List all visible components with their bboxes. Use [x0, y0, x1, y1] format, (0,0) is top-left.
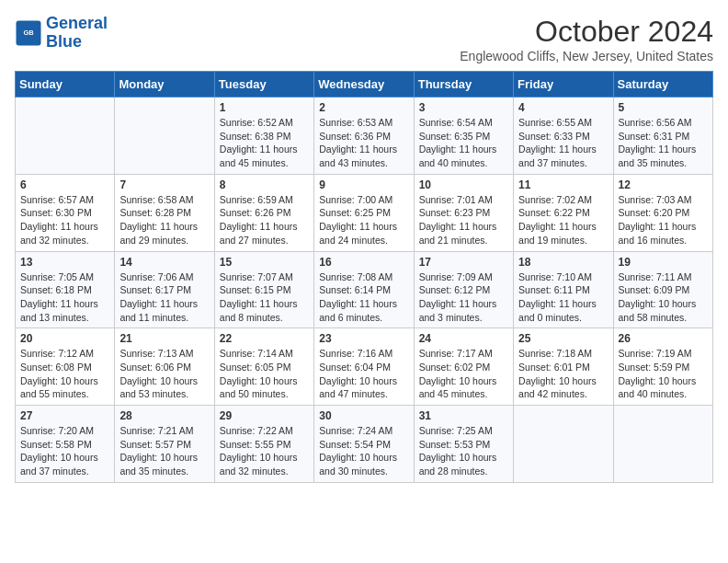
svg-text:GB: GB [23, 28, 34, 36]
day-details: Sunrise: 7:03 AM Sunset: 6:20 PM Dayligh… [619, 193, 708, 247]
day-details: Sunrise: 7:01 AM Sunset: 6:23 PM Dayligh… [419, 193, 508, 247]
calendar-cell: 27Sunrise: 7:20 AM Sunset: 5:58 PM Dayli… [16, 406, 115, 483]
day-details: Sunrise: 6:53 AM Sunset: 6:36 PM Dayligh… [319, 116, 408, 170]
calendar-week-4: 20Sunrise: 7:12 AM Sunset: 6:08 PM Dayli… [16, 328, 713, 406]
calendar-cell: 12Sunrise: 7:03 AM Sunset: 6:20 PM Dayli… [613, 174, 712, 251]
header-monday: Monday [115, 72, 214, 98]
calendar-cell: 29Sunrise: 7:22 AM Sunset: 5:55 PM Dayli… [214, 406, 313, 483]
calendar-cell: 17Sunrise: 7:09 AM Sunset: 6:12 PM Dayli… [414, 251, 513, 328]
calendar-cell: 5Sunrise: 6:56 AM Sunset: 6:31 PM Daylig… [613, 98, 712, 175]
day-details: Sunrise: 7:06 AM Sunset: 6:17 PM Dayligh… [119, 270, 209, 325]
day-number: 2 [319, 101, 408, 114]
calendar-cell: 30Sunrise: 7:24 AM Sunset: 5:54 PM Dayli… [314, 406, 414, 483]
calendar-cell: 22Sunrise: 7:14 AM Sunset: 6:05 PM Dayli… [214, 328, 313, 406]
day-number: 25 [518, 332, 608, 345]
calendar-cell: 11Sunrise: 7:02 AM Sunset: 6:22 PM Dayli… [514, 174, 613, 251]
calendar-cell: 2Sunrise: 6:53 AM Sunset: 6:36 PM Daylig… [314, 98, 414, 175]
day-number: 30 [319, 409, 408, 422]
header-wednesday: Wednesday [314, 72, 414, 98]
calendar-cell: 21Sunrise: 7:13 AM Sunset: 6:06 PM Dayli… [115, 328, 214, 406]
day-number: 8 [220, 178, 309, 191]
day-number: 4 [518, 101, 608, 114]
header-thursday: Thursday [414, 72, 513, 98]
calendar-cell [514, 406, 613, 483]
day-details: Sunrise: 6:57 AM Sunset: 6:30 PM Dayligh… [20, 193, 109, 247]
calendar-cell: 19Sunrise: 7:11 AM Sunset: 6:09 PM Dayli… [613, 251, 712, 328]
calendar-cell: 24Sunrise: 7:17 AM Sunset: 6:02 PM Dayli… [414, 328, 513, 406]
day-details: Sunrise: 7:19 AM Sunset: 5:59 PM Dayligh… [619, 347, 708, 401]
day-details: Sunrise: 6:55 AM Sunset: 6:33 PM Dayligh… [518, 116, 608, 170]
day-number: 20 [20, 332, 109, 345]
day-number: 27 [20, 409, 109, 422]
calendar-cell: 7Sunrise: 6:58 AM Sunset: 6:28 PM Daylig… [115, 174, 214, 251]
calendar-cell [115, 98, 214, 175]
day-details: Sunrise: 7:18 AM Sunset: 6:01 PM Dayligh… [518, 347, 608, 401]
calendar-cell: 14Sunrise: 7:06 AM Sunset: 6:17 PM Dayli… [115, 251, 214, 328]
day-number: 18 [518, 256, 608, 269]
day-details: Sunrise: 7:25 AM Sunset: 5:53 PM Dayligh… [419, 424, 508, 478]
calendar-cell: 3Sunrise: 6:54 AM Sunset: 6:35 PM Daylig… [414, 98, 513, 175]
day-details: Sunrise: 6:59 AM Sunset: 6:26 PM Dayligh… [220, 193, 309, 247]
day-number: 3 [419, 101, 508, 114]
day-number: 15 [220, 256, 309, 269]
calendar-week-5: 27Sunrise: 7:20 AM Sunset: 5:58 PM Dayli… [16, 406, 713, 483]
header-sunday: Sunday [16, 72, 115, 98]
calendar-cell: 4Sunrise: 6:55 AM Sunset: 6:33 PM Daylig… [514, 98, 613, 175]
day-details: Sunrise: 6:54 AM Sunset: 6:35 PM Dayligh… [419, 116, 508, 170]
day-details: Sunrise: 7:22 AM Sunset: 5:55 PM Dayligh… [220, 424, 309, 478]
day-number: 10 [419, 178, 508, 191]
calendar-cell: 10Sunrise: 7:01 AM Sunset: 6:23 PM Dayli… [414, 174, 513, 251]
header-tuesday: Tuesday [214, 72, 313, 98]
day-details: Sunrise: 7:12 AM Sunset: 6:08 PM Dayligh… [20, 347, 109, 401]
calendar-cell: 25Sunrise: 7:18 AM Sunset: 6:01 PM Dayli… [514, 328, 613, 406]
day-details: Sunrise: 7:07 AM Sunset: 6:15 PM Dayligh… [220, 270, 309, 325]
day-number: 5 [619, 101, 708, 114]
day-details: Sunrise: 6:58 AM Sunset: 6:28 PM Dayligh… [119, 193, 209, 247]
day-details: Sunrise: 7:20 AM Sunset: 5:58 PM Dayligh… [20, 424, 109, 478]
day-number: 13 [20, 256, 109, 269]
day-number: 6 [20, 178, 109, 191]
day-number: 14 [119, 256, 209, 269]
calendar-cell: 18Sunrise: 7:10 AM Sunset: 6:11 PM Dayli… [514, 251, 613, 328]
day-number: 29 [220, 409, 309, 422]
calendar-cell: 13Sunrise: 7:05 AM Sunset: 6:18 PM Dayli… [16, 251, 115, 328]
calendar-cell: 9Sunrise: 7:00 AM Sunset: 6:25 PM Daylig… [314, 174, 414, 251]
day-details: Sunrise: 7:05 AM Sunset: 6:18 PM Dayligh… [20, 270, 109, 325]
day-number: 11 [518, 178, 608, 191]
calendar-header-row: SundayMondayTuesdayWednesdayThursdayFrid… [16, 72, 713, 98]
day-details: Sunrise: 7:14 AM Sunset: 6:05 PM Dayligh… [220, 347, 309, 401]
logo: GB General Blue [15, 15, 108, 52]
day-number: 28 [119, 409, 209, 422]
day-details: Sunrise: 7:16 AM Sunset: 6:04 PM Dayligh… [319, 347, 408, 401]
day-number: 24 [419, 332, 508, 345]
day-details: Sunrise: 7:10 AM Sunset: 6:11 PM Dayligh… [518, 270, 608, 325]
day-details: Sunrise: 7:00 AM Sunset: 6:25 PM Dayligh… [319, 193, 408, 247]
day-details: Sunrise: 6:56 AM Sunset: 6:31 PM Dayligh… [619, 116, 708, 170]
calendar-cell: 8Sunrise: 6:59 AM Sunset: 6:26 PM Daylig… [214, 174, 313, 251]
day-details: Sunrise: 7:09 AM Sunset: 6:12 PM Dayligh… [419, 270, 508, 325]
day-details: Sunrise: 7:21 AM Sunset: 5:57 PM Dayligh… [119, 424, 209, 478]
calendar-cell: 15Sunrise: 7:07 AM Sunset: 6:15 PM Dayli… [214, 251, 313, 328]
day-number: 23 [319, 332, 408, 345]
day-number: 22 [220, 332, 309, 345]
header-friday: Friday [514, 72, 613, 98]
day-details: Sunrise: 7:17 AM Sunset: 6:02 PM Dayligh… [419, 347, 508, 401]
location: Englewood Cliffs, New Jersey, United Sta… [460, 49, 713, 63]
calendar-week-2: 6Sunrise: 6:57 AM Sunset: 6:30 PM Daylig… [16, 174, 713, 251]
calendar-cell: 28Sunrise: 7:21 AM Sunset: 5:57 PM Dayli… [115, 406, 214, 483]
day-number: 19 [619, 256, 708, 269]
day-number: 31 [419, 409, 508, 422]
logo-icon: GB [15, 19, 42, 47]
calendar-cell: 31Sunrise: 7:25 AM Sunset: 5:53 PM Dayli… [414, 406, 513, 483]
day-number: 7 [119, 178, 209, 191]
day-number: 1 [220, 101, 309, 114]
header-saturday: Saturday [613, 72, 712, 98]
calendar-cell: 23Sunrise: 7:16 AM Sunset: 6:04 PM Dayli… [314, 328, 414, 406]
page-header: GB General Blue October 2024 Englewood C… [15, 15, 713, 63]
calendar-cell: 6Sunrise: 6:57 AM Sunset: 6:30 PM Daylig… [16, 174, 115, 251]
day-number: 17 [419, 256, 508, 269]
day-details: Sunrise: 6:52 AM Sunset: 6:38 PM Dayligh… [220, 116, 309, 170]
calendar-cell: 1Sunrise: 6:52 AM Sunset: 6:38 PM Daylig… [214, 98, 313, 175]
day-details: Sunrise: 7:02 AM Sunset: 6:22 PM Dayligh… [518, 193, 608, 247]
day-number: 21 [119, 332, 209, 345]
